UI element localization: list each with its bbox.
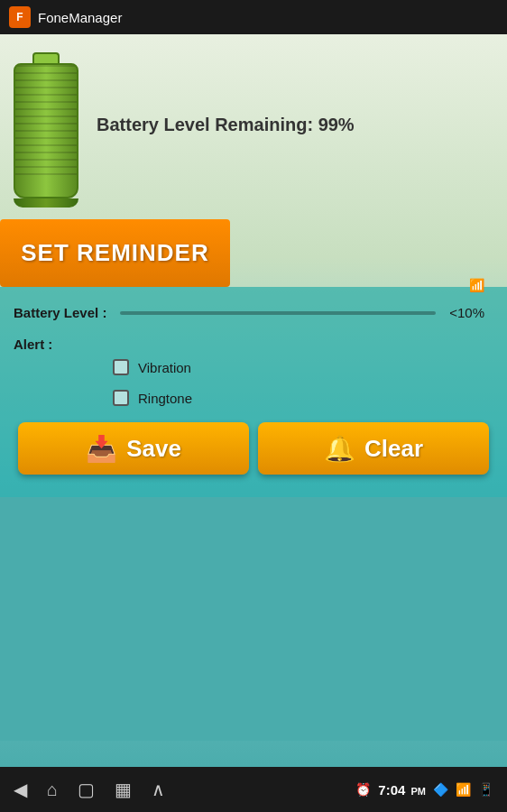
alert-label: Alert : [14,337,104,352]
signal-icon: 📶 [469,278,484,292]
home-button[interactable]: ⌂ [47,780,58,800]
ringtone-checkbox-row: Ringtone [113,390,493,406]
time-display: 7:04 PM [378,782,426,798]
alert-section: Alert : Vibration Ringtone [14,337,493,413]
bottom-bar: ◀ ⌂ ▢ ▦ ∧ ⏰ 7:04 PM 🔷 📶 📱 [0,767,507,812]
battery-level-field-label: Battery Level : [14,305,106,320]
app-title: FoneManager [38,10,122,25]
set-reminder-title: SET REMINDER [21,239,208,267]
clear-button[interactable]: 🔔 Clear [258,422,489,475]
form-area: Battery Level : <10% 📶 Alert : Vibration… [0,287,507,497]
back-button[interactable]: ◀ [14,779,27,800]
vibration-checkbox[interactable] [113,359,129,375]
ringtone-label: Ringtone [138,391,192,406]
battery-slider[interactable] [120,311,436,315]
bluetooth-icon: 🔷 [433,782,448,797]
status-area: ⏰ 7:04 PM 🔷 📶 📱 [355,782,493,798]
menu-button[interactable]: ▦ [115,779,132,800]
buttons-row: 📥 Save 🔔 Clear [14,418,493,479]
save-icon: 📥 [86,434,117,464]
clear-label: Clear [364,435,423,463]
wifi-icon: 📶 [456,782,471,797]
vibration-label: Vibration [138,360,191,375]
set-reminder-banner: SET REMINDER [0,219,230,287]
nav-buttons: ◀ ⌂ ▢ ▦ ∧ [14,779,165,800]
top-bar: F FoneManager [0,0,507,34]
recents-button[interactable]: ▢ [78,779,95,800]
battery-level-text: Battery Level Remaining: 99% [97,115,355,135]
battery-level-display: <10% [449,305,484,320]
clear-icon: 🔔 [324,434,355,464]
battery-section: Battery Level Remaining: 99% [0,34,507,215]
battery-icon [14,52,78,197]
main-content: Battery Level Remaining: 99% SET REMINDE… [0,34,507,776]
app-icon: F [9,6,31,28]
save-button[interactable]: 📥 Save [18,422,249,475]
alarm-icon: ⏰ [355,782,371,797]
signal-bars-icon: 📱 [478,782,493,797]
lower-area [0,497,507,741]
vibration-checkbox-row: Vibration [113,359,493,375]
ringtone-checkbox[interactable] [113,390,129,406]
save-label: Save [126,435,181,463]
up-button[interactable]: ∧ [152,779,165,800]
